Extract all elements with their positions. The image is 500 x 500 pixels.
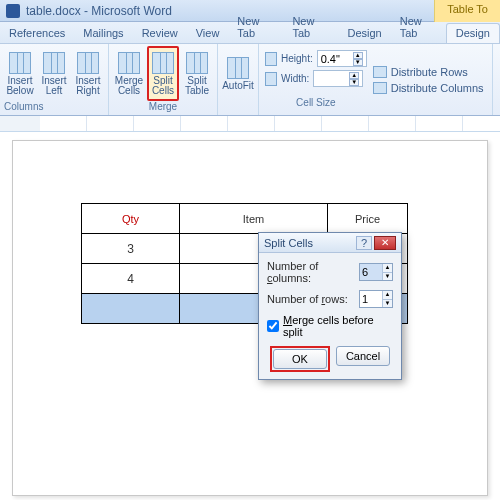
split-table-icon	[186, 52, 208, 74]
ok-highlight: OK	[270, 346, 330, 372]
insert-left-icon	[43, 52, 65, 74]
dialog-title: Split Cells	[264, 237, 356, 249]
distribute-cols-button[interactable]: Distribute Columns	[373, 82, 484, 94]
ribbon: Insert Below Insert Left Insert Right Co…	[0, 44, 500, 116]
height-row: Height: 0.4"▲▼	[265, 50, 367, 67]
group-cellsize: Height: 0.4"▲▼ Width: ▲▼ Cell Size Distr…	[259, 44, 493, 115]
insert-below-icon	[9, 52, 31, 74]
group-autofit: AutoFit	[218, 44, 259, 115]
group-merge: Merge Cells Split Cells Split Table Merg…	[109, 44, 218, 115]
cols-up-icon[interactable]: ▲	[382, 264, 392, 273]
group-insert: Insert Below Insert Left Insert Right Co…	[0, 44, 109, 115]
split-cells-icon	[152, 52, 174, 74]
cell-r1c1[interactable]: 3	[82, 234, 180, 264]
rows-up-icon[interactable]: ▲	[382, 291, 392, 300]
ribbon-tabs: References Mailings Review View New Tab …	[0, 22, 500, 44]
document-page: Qty Item Price 3 Ice cre 4 Sham Tot	[12, 140, 488, 496]
tab-review[interactable]: Review	[133, 24, 187, 43]
group-label-merge: Merge	[113, 101, 213, 113]
tab-new1[interactable]: New Tab	[228, 12, 283, 43]
width-input[interactable]: ▲▼	[313, 70, 363, 87]
group-label-partial: Columns	[4, 101, 104, 113]
cancel-button[interactable]: Cancel	[336, 346, 390, 366]
cell-tot1[interactable]	[82, 294, 180, 324]
rows-down-icon[interactable]: ▼	[382, 300, 392, 308]
dialog-help-button[interactable]: ?	[356, 236, 372, 250]
tab-view[interactable]: View	[187, 24, 229, 43]
th-qty[interactable]: Qty	[82, 204, 180, 234]
rows-label: Number of rows:	[267, 293, 355, 305]
distribute-cols-icon	[373, 82, 387, 94]
tab-design2[interactable]: Design	[446, 23, 500, 43]
merge-cells-icon	[118, 52, 140, 74]
merge-before-checkbox[interactable]	[267, 320, 279, 332]
ruler	[0, 116, 500, 132]
window-title: table.docx - Microsoft Word	[26, 4, 172, 18]
dialog-close-button[interactable]: ✕	[374, 236, 396, 250]
width-row: Width: ▲▼	[265, 70, 367, 87]
contextual-tab[interactable]: Table To	[434, 0, 500, 22]
group-label-cellsize: Cell Size	[265, 97, 367, 109]
width-label: Width:	[281, 73, 309, 84]
tab-new2[interactable]: New Tab	[283, 12, 338, 43]
height-icon	[265, 52, 277, 66]
height-label: Height:	[281, 53, 313, 64]
merge-before-label: Merge cells before split	[283, 314, 393, 338]
ok-button[interactable]: OK	[273, 349, 327, 369]
tab-design1[interactable]: Design	[338, 24, 390, 43]
height-input[interactable]: 0.4"▲▼	[317, 50, 367, 67]
dialog-titlebar[interactable]: Split Cells ? ✕	[259, 233, 401, 253]
th-item[interactable]: Item	[180, 204, 328, 234]
insert-right-button[interactable]: Insert Right	[72, 46, 104, 101]
app-icon	[6, 4, 20, 18]
th-price[interactable]: Price	[328, 204, 408, 234]
split-cells-dialog: Split Cells ? ✕ Number of columns: ▲▼ Nu…	[258, 232, 402, 380]
cols-label: Number of columns:	[267, 260, 355, 284]
cell-r2c1[interactable]: 4	[82, 264, 180, 294]
distribute-rows-button[interactable]: Distribute Rows	[373, 66, 484, 78]
split-cells-button[interactable]: Split Cells	[147, 46, 179, 101]
cols-down-icon[interactable]: ▼	[382, 273, 392, 281]
distribute-rows-icon	[373, 66, 387, 78]
autofit-button[interactable]: AutoFit	[222, 46, 254, 101]
cols-input[interactable]: ▲▼	[359, 263, 393, 281]
autofit-icon	[227, 57, 249, 79]
insert-left-button[interactable]: Insert Left	[38, 46, 70, 101]
width-icon	[265, 72, 277, 86]
split-table-button[interactable]: Split Table	[181, 46, 213, 101]
tab-references[interactable]: References	[0, 24, 74, 43]
insert-right-icon	[77, 52, 99, 74]
rows-input[interactable]: ▲▼	[359, 290, 393, 308]
tab-mailings[interactable]: Mailings	[74, 24, 132, 43]
merge-cells-button[interactable]: Merge Cells	[113, 46, 145, 101]
insert-below-button[interactable]: Insert Below	[4, 46, 36, 101]
